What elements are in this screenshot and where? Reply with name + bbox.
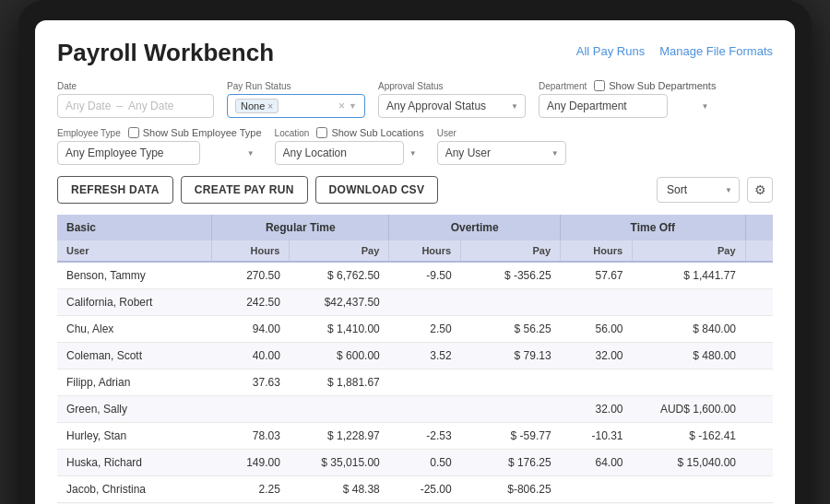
table-row[interactable]: Chu, Alex 94.00 $ 1,410.00 2.50 $ 56.25 … <box>57 316 773 343</box>
cell-ot-hours <box>389 369 461 396</box>
date-from: Any Date <box>65 100 111 112</box>
show-sub-locations-checkbox[interactable] <box>316 127 327 138</box>
refresh-data-button[interactable]: REFRESH DATA <box>57 176 173 204</box>
table-row[interactable]: Huska, Richard 149.00 $ 35,015.00 0.50 $… <box>57 450 773 476</box>
date-to: Any Date <box>128 100 173 112</box>
user-label: User <box>437 128 566 138</box>
show-sub-departments-label: Show Sub Departments <box>609 80 716 91</box>
show-sub-departments-checkbox[interactable] <box>594 80 605 91</box>
cell-extra <box>745 369 773 396</box>
sub-col-to-hours: Hours <box>561 240 633 262</box>
cell-to-hours: -10.31 <box>561 423 633 450</box>
table-row[interactable]: Benson, Tammy 270.50 $ 6,762.50 -9.50 $ … <box>57 262 773 289</box>
table-row[interactable]: Jacob, Christina 2.25 $ 48.38 -25.00 $-8… <box>57 476 773 503</box>
date-filter-group: Date Any Date – Any Date <box>57 81 214 118</box>
cell-extra <box>745 423 773 450</box>
action-buttons: REFRESH DATA CREATE PAY RUN DOWNLOAD CSV <box>57 176 438 204</box>
approval-status-filter-group: Approval Status Any Approval Status <box>378 81 526 118</box>
cell-ot-pay <box>461 396 561 423</box>
user-select[interactable]: Any User <box>437 141 566 165</box>
cell-user: Chu, Alex <box>57 316 212 343</box>
create-pay-run-button[interactable]: CREATE PAY RUN <box>181 176 308 204</box>
employee-type-select-wrapper: Any Employee Type <box>57 141 262 165</box>
tag-clear-icon[interactable]: × <box>338 100 345 112</box>
cell-extra <box>745 476 773 503</box>
table-row[interactable]: Hurley, Stan 78.03 $ 1,228.97 -2.53 $ -5… <box>57 423 773 450</box>
cell-to-pay: AUD$ 1,600.00 <box>633 396 745 423</box>
department-select-wrapper: Any Department <box>539 94 716 118</box>
show-sub-employee-type-checkbox[interactable] <box>128 127 139 138</box>
col-extra <box>745 215 773 240</box>
location-filter-group: Location Show Sub Locations Any Location <box>275 127 424 165</box>
cell-ot-hours <box>389 396 461 423</box>
settings-icon[interactable]: ⚙ <box>747 177 773 203</box>
download-csv-button[interactable]: DOWNLOAD CSV <box>315 176 439 204</box>
cell-user: Green, Sally <box>57 396 212 423</box>
cell-reg-hours: 40.00 <box>212 343 290 369</box>
pay-run-status-filter-group: Pay Run Status None × × ▼ <box>227 81 365 118</box>
pay-run-status-select[interactable]: None × × ▼ <box>227 94 365 118</box>
cell-reg-hours <box>212 396 290 423</box>
col-overtime: Overtime <box>389 215 561 240</box>
cell-user: California, Robert <box>57 289 212 316</box>
employee-type-filter-group: Employee Type Show Sub Employee Type Any… <box>57 127 262 165</box>
all-pay-runs-link[interactable]: All Pay Runs <box>576 44 645 58</box>
sub-col-user: User <box>57 240 212 262</box>
filters-row-1: Date Any Date – Any Date Pay Run Status … <box>57 80 773 118</box>
cell-extra <box>745 262 773 289</box>
top-header: Payroll Workbench All Pay Runs Manage Fi… <box>57 39 773 67</box>
cell-reg-hours: 94.00 <box>212 316 290 343</box>
cell-to-hours: 57.67 <box>561 262 633 289</box>
show-sub-locations-label[interactable]: Show Sub Locations <box>316 127 423 138</box>
cell-reg-pay: $ 1,881.67 <box>290 369 389 396</box>
department-select[interactable]: Any Department <box>539 94 668 118</box>
cell-extra <box>745 450 773 476</box>
screen: Payroll Workbench All Pay Runs Manage Fi… <box>35 20 795 504</box>
table-row[interactable]: California, Robert 242.50 $42,437.50 <box>57 289 773 316</box>
table-row[interactable]: Coleman, Scott 40.00 $ 600.00 3.52 $ 79.… <box>57 343 773 369</box>
page-title: Payroll Workbench <box>57 39 274 67</box>
filters-row-2: Employee Type Show Sub Employee Type Any… <box>57 127 773 165</box>
payroll-table: Basic Regular Time Overtime Time Off Use… <box>57 215 773 504</box>
tag-remove-icon[interactable]: × <box>267 101 273 111</box>
location-select[interactable]: Any Location <box>275 141 404 165</box>
show-sub-employee-type-label[interactable]: Show Sub Employee Type <box>128 127 262 138</box>
employee-type-select[interactable]: Any Employee Type <box>57 141 200 165</box>
cell-ot-pay <box>461 369 561 396</box>
cell-to-pay <box>633 369 745 396</box>
show-sub-departments-checkbox-label[interactable]: Show Sub Departments <box>594 80 716 91</box>
pay-run-status-label: Pay Run Status <box>227 81 365 91</box>
cell-ot-pay: $ 56.25 <box>461 316 561 343</box>
col-header-row: Basic Regular Time Overtime Time Off <box>57 215 773 240</box>
manage-file-formats-link[interactable]: Manage File Formats <box>659 44 773 58</box>
date-label: Date <box>57 81 214 91</box>
cell-reg-hours: 2.25 <box>212 476 290 503</box>
table-row[interactable]: Filipp, Adrian 37.63 $ 1,881.67 <box>57 369 773 396</box>
table-row[interactable]: Green, Sally 32.00 AUD$ 1,600.00 <box>57 396 773 423</box>
cell-extra <box>745 396 773 423</box>
sort-select[interactable]: SortNameHoursPay <box>657 177 740 203</box>
location-select-wrapper: Any Location <box>275 141 424 165</box>
approval-status-select[interactable]: Any Approval Status <box>378 94 526 118</box>
cell-ot-pay: $ -356.25 <box>461 262 561 289</box>
sort-select-wrapper: SortNameHoursPay <box>657 177 740 203</box>
cell-to-pay <box>633 289 745 316</box>
tag-dropdown-icon[interactable]: ▼ <box>349 101 357 111</box>
cell-to-pay: $ 1,441.77 <box>633 262 745 289</box>
tag-select-controls: × ▼ <box>338 100 357 112</box>
sort-row: SortNameHoursPay ⚙ <box>657 177 773 203</box>
main-content: Payroll Workbench All Pay Runs Manage Fi… <box>35 20 795 504</box>
cell-ot-hours: -9.50 <box>389 262 461 289</box>
actions-row: REFRESH DATA CREATE PAY RUN DOWNLOAD CSV… <box>57 176 773 204</box>
cell-ot-pay: $ 176.25 <box>461 450 561 476</box>
cell-to-hours <box>561 369 633 396</box>
approval-status-label: Approval Status <box>378 81 526 91</box>
date-range-input[interactable]: Any Date – Any Date <box>57 94 214 118</box>
cell-reg-pay: $ 1,410.00 <box>290 316 389 343</box>
tablet-frame: Payroll Workbench All Pay Runs Manage Fi… <box>18 0 812 504</box>
cell-reg-pay: $ 48.38 <box>290 476 389 503</box>
location-label: Location <box>275 128 310 138</box>
sub-col-extra <box>745 240 773 262</box>
user-filter-group: User Any User <box>437 128 566 165</box>
cell-reg-pay: $42,437.50 <box>290 289 389 316</box>
